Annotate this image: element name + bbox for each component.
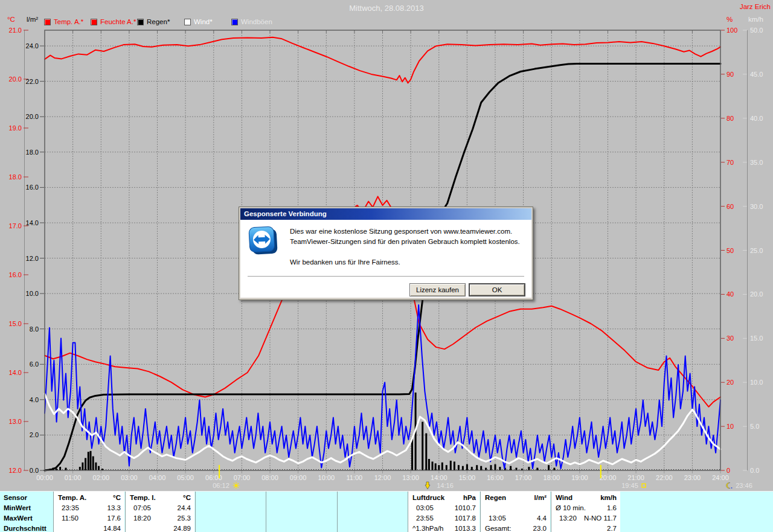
svg-text:70: 70 (726, 159, 734, 166)
table-row-label: Durchschnitt (4, 524, 47, 532)
svg-text:06:12: 06:12 (213, 482, 229, 489)
svg-text:90: 90 (726, 71, 734, 78)
svg-text:00:00: 00:00 (36, 474, 53, 481)
svg-text:10.0: 10.0 (750, 379, 763, 386)
table-cell-value: 24.89 (130, 524, 191, 532)
legend-swatch (137, 19, 144, 25)
svg-text:60: 60 (726, 203, 734, 210)
svg-text:17:00: 17:00 (515, 474, 532, 481)
svg-text:21.0: 21.0 (9, 27, 22, 34)
legend-label: Windböen (241, 18, 272, 25)
legend-item-feuchte-a-: Feuchte A.* (91, 18, 136, 26)
table-column-separator (125, 492, 126, 532)
svg-text:20: 20 (726, 379, 734, 386)
table-cell-value: 14.84 (58, 524, 121, 532)
svg-text:8.0: 8.0 (30, 325, 39, 333)
table-header-unit: hPa (412, 493, 476, 502)
svg-text:19:45: 19:45 (621, 482, 638, 489)
svg-text:24.0: 24.0 (26, 42, 39, 50)
svg-text:4.0: 4.0 (30, 396, 39, 403)
legend-label: Regen* (147, 18, 170, 25)
station-user-label: Jarz Erich (740, 3, 771, 10)
svg-text:13:00: 13:00 (402, 474, 419, 481)
table-column-separator (195, 492, 196, 532)
legend-swatch (91, 19, 97, 25)
svg-text:5.0: 5.0 (750, 423, 759, 430)
svg-text:40.0: 40.0 (750, 115, 763, 122)
svg-text:100: 100 (726, 27, 737, 34)
table-column-separator (337, 492, 338, 532)
table-row-label: MaxWert (4, 514, 33, 522)
dialog-title-text: Gesponserte Verbindung (244, 210, 327, 217)
svg-text:23:00: 23:00 (684, 474, 701, 481)
legend-swatch (44, 19, 51, 25)
svg-text:14:00: 14:00 (431, 474, 447, 481)
dialog-message-line: TeamViewer-Sitzungen sind für den privat… (290, 237, 520, 247)
unit-label-wind: km/h (748, 16, 763, 23)
stats-table: SensorMinWertMaxWertDurchschnittTemp. A.… (0, 491, 773, 532)
legend-item-windb-en: Windböen (231, 18, 272, 26)
svg-text:19:00: 19:00 (571, 474, 588, 481)
svg-text:05:00: 05:00 (177, 474, 194, 481)
svg-text:16:00: 16:00 (487, 474, 504, 481)
table-cell-value: 2.7 (556, 524, 617, 532)
table-column-separator (480, 492, 481, 532)
svg-text:16.0: 16.0 (26, 184, 39, 191)
svg-text:40: 40 (726, 290, 734, 298)
table-cell-value: 17.6 (58, 514, 121, 522)
svg-text:20.0: 20.0 (9, 75, 22, 83)
svg-text:10:00: 10:00 (318, 474, 335, 481)
svg-text:02:00: 02:00 (93, 474, 110, 481)
dialog-message-line: Dies war eine kostenlose Sitzung gespons… (290, 226, 520, 237)
dialog-message: Dies war eine kostenlose Sitzung gespons… (290, 226, 520, 268)
table-cell-value: 1017.8 (412, 514, 476, 522)
table-cell-value: 1.6 (556, 504, 617, 512)
svg-text:21:00: 21:00 (627, 474, 644, 481)
svg-text:14:16: 14:16 (437, 482, 454, 489)
svg-text:11:00: 11:00 (347, 474, 363, 481)
svg-text:01:00: 01:00 (65, 474, 82, 481)
svg-text:12.0: 12.0 (9, 467, 22, 474)
lizenz-kaufen-button[interactable]: Lizenz kaufen (409, 283, 466, 296)
table-cell-value: 1013.3 (412, 524, 476, 532)
legend-item-temp-a-: Temp. A.* (44, 18, 83, 26)
svg-text:0.0: 0.0 (750, 467, 759, 474)
table-column-separator (408, 492, 408, 532)
svg-text:19.0: 19.0 (9, 124, 22, 132)
svg-text:08:00: 08:00 (261, 474, 278, 481)
page-title: Mittwoch, 28.08.2013 (0, 4, 773, 13)
unit-label-humidity: % (726, 16, 733, 23)
table-header-unit: °C (58, 493, 121, 502)
unit-label-celsius: °C (7, 16, 15, 23)
teamviewer-dialog: Gesponserte Verbindung Dies war eine kos… (239, 207, 533, 300)
dialog-body: Dies war eine kostenlose Sitzung gespons… (240, 220, 531, 298)
table-cell-value: 13.3 (58, 504, 121, 512)
legend-label: Temp. A.* (54, 18, 83, 25)
svg-text:14.0: 14.0 (9, 369, 22, 376)
svg-text:15:00: 15:00 (459, 474, 476, 481)
table-header-unit: km/h (556, 493, 617, 502)
unit-label-rain: l/m² (27, 16, 38, 23)
dialog-titlebar[interactable]: Gesponserte Verbindung (240, 208, 531, 220)
table-column-separator (266, 492, 266, 532)
svg-text:16.0: 16.0 (9, 271, 22, 278)
temp-axis: 21.020.019.018.017.016.015.014.013.012.0 (9, 27, 28, 474)
x-axis-labels: 00:0001:0002:0003:0004:0005:0006:0007:00… (36, 474, 729, 481)
table-cell-value: 1010.7 (412, 504, 476, 512)
svg-text:18:00: 18:00 (544, 474, 560, 481)
table-cell-value: 24.4 (130, 504, 191, 512)
humidity-axis: 1009080706050403020100 (721, 27, 737, 474)
svg-text:2.0: 2.0 (30, 431, 39, 438)
svg-text:0.0: 0.0 (30, 467, 39, 474)
svg-text:13.0: 13.0 (9, 418, 22, 425)
table-header-unit: °C (130, 493, 191, 502)
svg-text:12:00: 12:00 (374, 474, 391, 481)
svg-text:35.0: 35.0 (750, 159, 763, 166)
legend-label: Feuchte A.* (100, 18, 136, 25)
svg-text:10.0: 10.0 (26, 290, 39, 297)
svg-text:03:00: 03:00 (121, 474, 138, 481)
svg-text:45.0: 45.0 (750, 71, 763, 78)
svg-text:20.0: 20.0 (26, 113, 39, 120)
svg-text:04:00: 04:00 (149, 474, 166, 481)
ok-button[interactable]: OK (469, 283, 525, 296)
